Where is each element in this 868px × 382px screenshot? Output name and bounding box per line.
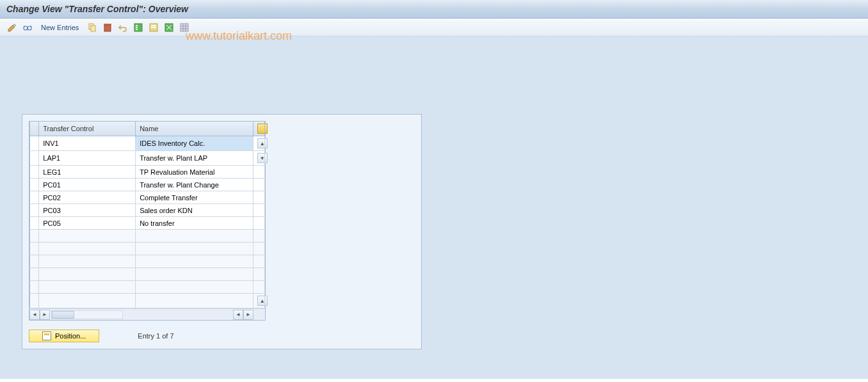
vertical-scroll-cell: [253, 243, 264, 255]
panel-footer: Position... Entry 1 of 7: [29, 330, 415, 342]
scroll-left2-icon[interactable]: ◄: [233, 310, 243, 320]
scroll-left-icon[interactable]: ◄: [29, 310, 40, 320]
cell-name[interactable]: [136, 255, 253, 268]
vertical-scroll-cell: [253, 204, 264, 217]
cell-name[interactable]: TP Revaluation Material: [136, 166, 253, 179]
undo-icon[interactable]: [117, 22, 129, 33]
position-button[interactable]: Position...: [29, 330, 99, 342]
new-entries-button[interactable]: New Entries: [37, 24, 83, 31]
column-header-transfer-control[interactable]: Transfer Control: [39, 122, 136, 136]
cell-transfer-control[interactable]: INV1: [39, 136, 136, 151]
row-handle[interactable]: [30, 136, 39, 151]
vertical-scroll-cell[interactable]: ▲: [253, 136, 264, 151]
cell-transfer-control[interactable]: LEG1: [39, 166, 136, 179]
cell-name[interactable]: [136, 268, 253, 281]
position-label: Position...: [55, 332, 86, 340]
cell-transfer-control[interactable]: PC01: [39, 179, 136, 191]
svg-point-0: [24, 26, 28, 30]
table-settings-icon[interactable]: [179, 22, 190, 33]
cell-transfer-control[interactable]: PC05: [39, 217, 136, 230]
row-handle[interactable]: [30, 151, 39, 166]
vertical-scroll-cell[interactable]: ▼: [253, 151, 264, 166]
svg-rect-5: [104, 24, 111, 25]
svg-rect-6: [134, 24, 142, 31]
vertical-scroll-cell: [253, 166, 264, 179]
svg-rect-12: [151, 27, 156, 28]
svg-point-1: [28, 26, 31, 30]
main-content-area: Transfer Control Name INV1IDES Inventory…: [0, 36, 868, 379]
scroll-down-step-icon[interactable]: ▼: [257, 153, 268, 163]
cell-name[interactable]: Sales order KDN: [136, 204, 253, 217]
row-handle[interactable]: [30, 217, 39, 230]
cell-transfer-control[interactable]: [39, 268, 136, 281]
vertical-scroll-cell: [253, 230, 264, 243]
delete-icon[interactable]: [102, 22, 113, 33]
scroll-track[interactable]: [51, 310, 123, 319]
toolbar: New Entries: [0, 19, 868, 36]
svg-rect-7: [136, 25, 138, 26]
row-handle[interactable]: [30, 268, 39, 281]
vertical-scroll-cell: [253, 281, 264, 294]
cell-transfer-control[interactable]: [39, 243, 136, 255]
select-all-handle[interactable]: [30, 122, 39, 136]
scroll-up-end-icon[interactable]: ▲: [257, 296, 268, 306]
cell-transfer-control[interactable]: PC03: [39, 204, 136, 217]
copy-icon[interactable]: [86, 22, 98, 33]
svg-rect-3: [91, 26, 95, 31]
row-handle[interactable]: [30, 204, 39, 217]
vertical-scroll-cell: [253, 191, 264, 204]
cell-name[interactable]: [136, 281, 253, 294]
glasses-icon[interactable]: [22, 22, 33, 33]
column-header-name[interactable]: Name: [136, 122, 253, 136]
svg-rect-9: [136, 29, 138, 30]
row-handle[interactable]: [30, 294, 39, 308]
cell-transfer-control[interactable]: PC02: [39, 191, 136, 204]
cell-transfer-control[interactable]: [39, 281, 136, 294]
cell-name[interactable]: Transfer w. Plant LAP: [136, 151, 253, 166]
vertical-scroll-cell: [253, 268, 264, 281]
row-handle[interactable]: [30, 281, 39, 294]
svg-rect-14: [181, 24, 188, 31]
cell-name[interactable]: [136, 230, 253, 243]
deselect-all-icon[interactable]: [163, 22, 175, 33]
vertical-scroll-cell[interactable]: ▲: [253, 294, 264, 308]
entry-counter: Entry 1 of 7: [138, 332, 173, 340]
row-handle[interactable]: [30, 255, 39, 268]
vertical-scroll-cell: [253, 217, 264, 230]
svg-rect-8: [136, 27, 138, 28]
row-handle[interactable]: [30, 191, 39, 204]
horizontal-scrollbar[interactable]: ◄ ► ◄ ►: [29, 308, 265, 320]
table-configure-icon[interactable]: [253, 122, 264, 136]
window-title: Change View "Transfer Control": Overview: [0, 0, 868, 19]
scroll-right-icon[interactable]: ►: [40, 310, 50, 320]
vertical-scroll-cell: [253, 255, 264, 268]
cell-name[interactable]: Complete Transfer: [136, 191, 253, 204]
select-all-icon[interactable]: [133, 22, 144, 33]
row-handle[interactable]: [30, 243, 39, 255]
row-handle[interactable]: [30, 166, 39, 179]
select-block-icon[interactable]: [148, 22, 159, 33]
window-title-text: Change View "Transfer Control": Overview: [6, 4, 188, 14]
cell-name[interactable]: [136, 243, 253, 255]
position-icon: [42, 331, 51, 340]
scroll-thumb[interactable]: [52, 311, 74, 319]
scroll-up-icon[interactable]: ▲: [257, 138, 268, 148]
svg-rect-11: [151, 25, 156, 26]
cell-transfer-control[interactable]: [39, 255, 136, 268]
cell-name[interactable]: No transfer: [136, 217, 253, 230]
transfer-control-table: Transfer Control Name INV1IDES Inventory…: [29, 121, 266, 321]
row-handle[interactable]: [30, 179, 39, 191]
cell-transfer-control[interactable]: LAP1: [39, 151, 136, 166]
scroll-right2-icon[interactable]: ►: [243, 310, 253, 320]
row-handle[interactable]: [30, 230, 39, 243]
svg-rect-4: [104, 25, 111, 31]
cell-name[interactable]: Transfer w. Plant Change: [136, 179, 253, 191]
cell-name[interactable]: [136, 294, 253, 308]
cell-transfer-control[interactable]: [39, 230, 136, 243]
change-display-icon[interactable]: [6, 22, 18, 33]
cell-name[interactable]: IDES Inventory Calc.: [136, 136, 253, 151]
table-panel: Transfer Control Name INV1IDES Inventory…: [22, 114, 422, 349]
vertical-scroll-cell: [253, 179, 264, 191]
cell-transfer-control[interactable]: [39, 294, 136, 308]
